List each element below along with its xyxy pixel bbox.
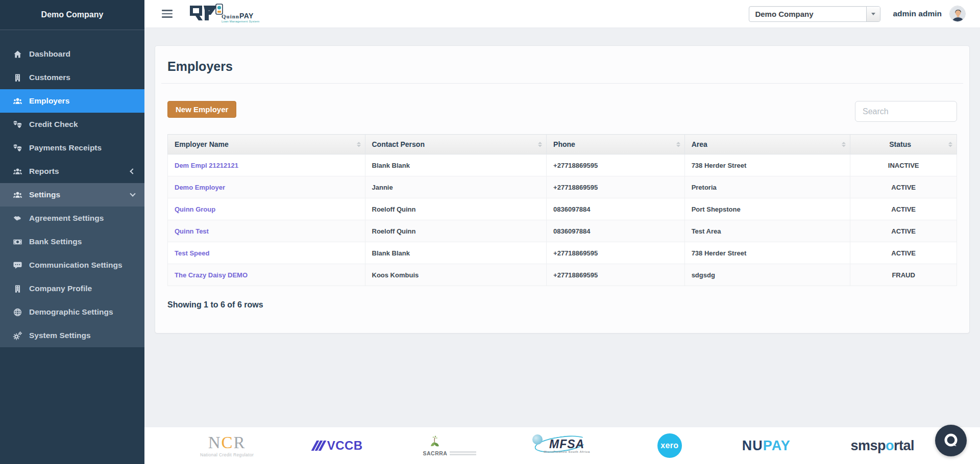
speech-bubble-icon [12, 260, 22, 270]
smsportal-logo: smsportal [851, 438, 915, 454]
contact-cell: Jannie [365, 176, 547, 198]
xero-logo: xero [657, 433, 682, 458]
users-icon [12, 190, 22, 200]
column-header-contact-person[interactable]: Contact Person [365, 135, 547, 154]
contact-cell: Roeloff Quinn [365, 198, 547, 220]
employer-link[interactable]: The Crazy Daisy DEMO [175, 271, 248, 279]
table-header-row: Employer Name Contact Person Phone Area … [168, 135, 957, 154]
building-icon [12, 283, 22, 294]
ncr-logo: NCR National Credit Regulator [200, 434, 254, 457]
table-row: Demo Employer Jannie +27718869595 Pretor… [168, 176, 957, 198]
sidebar-nav: Dashboard Customers Employers Credit Che… [0, 30, 144, 347]
sort-carets-icon [538, 142, 542, 147]
sidebar-item-settings[interactable]: Settings [0, 183, 144, 207]
column-header-area[interactable]: Area [684, 135, 850, 154]
sort-carets-icon [948, 142, 952, 147]
user-name[interactable]: admin admin [893, 9, 942, 18]
sidebar-item-communication-settings[interactable]: Communication Settings [0, 253, 144, 277]
sidebar-item-employers[interactable]: Employers [0, 89, 144, 113]
contact-cell: Roeloff Quinn [365, 220, 547, 242]
new-employer-button[interactable]: New Employer [167, 101, 236, 118]
phone-cell: +27718869595 [547, 154, 685, 176]
sidebar-item-payments-receipts[interactable]: Payments Receipts [0, 136, 144, 160]
employer-link[interactable]: Demo Employer [175, 184, 225, 191]
caret-down-icon [871, 13, 875, 15]
phone-cell: 0836097884 [547, 220, 685, 242]
employer-link[interactable]: Quinn Test [175, 227, 209, 235]
vccb-logo: VCCB [314, 439, 363, 453]
topbar-right: Demo Company admin admin [749, 6, 966, 22]
phone-cell: 0836097884 [547, 198, 685, 220]
area-cell: Port Shepstone [684, 198, 850, 220]
sidebar: Demo Company Dashboard Customers Employe… [0, 0, 144, 464]
page-title: Employers [155, 46, 969, 83]
chevron-down-icon [130, 191, 135, 196]
select-dropdown-button[interactable] [866, 7, 880, 21]
sidebar-item-bank-settings[interactable]: Bank Settings [0, 230, 144, 253]
table-row: Quinn Test Roeloff Quinn 0836097884 Test… [168, 220, 957, 242]
sidebar-item-dashboard[interactable]: Dashboard [0, 42, 144, 66]
user-avatar[interactable] [949, 6, 966, 22]
status-cell: ACTIVE [850, 242, 957, 264]
status-cell: INACTIVE [850, 154, 957, 176]
nupay-logo: NUPAY [742, 438, 791, 454]
column-header-status[interactable]: Status [850, 135, 957, 154]
area-cell: 738 Herder Street [684, 242, 850, 264]
status-cell: ACTIVE [850, 198, 957, 220]
gears-icon [12, 330, 22, 341]
status-cell: FRAUD [850, 264, 957, 286]
settings-submenu: Agreement Settings Bank Settings Communi… [0, 207, 144, 347]
sort-carets-icon [357, 142, 361, 147]
contact-cell: Blank Blank [365, 242, 547, 264]
quinnpay-logo: QuinnPAY Loan Management System [187, 3, 260, 25]
employer-link[interactable]: Quinn Group [175, 205, 215, 213]
home-icon [12, 49, 22, 59]
table-row: Test Speed Blank Blank +27718869595 738 … [168, 242, 957, 264]
main-area: QuinnPAY Loan Management System Demo Com… [144, 0, 980, 464]
area-cell: 738 Herder Street [684, 154, 850, 176]
quinnpay-logo-mark [187, 3, 225, 25]
menu-toggle-icon[interactable] [162, 10, 173, 18]
topbar: QuinnPAY Loan Management System Demo Com… [144, 0, 980, 28]
sidebar-item-reports[interactable]: Reports [0, 160, 144, 183]
contact-cell: Blank Blank [365, 154, 547, 176]
sidebar-company-title: Demo Company [0, 0, 144, 30]
phone-cell: +27718869595 [547, 176, 685, 198]
sacrra-logo: SACRRA [423, 435, 477, 456]
table-row: Quinn Group Roeloff Quinn 0836097884 Por… [168, 198, 957, 220]
sidebar-item-credit-check[interactable]: Credit Check [0, 113, 144, 136]
banknote-icon [12, 237, 22, 247]
handshake-icon [12, 213, 22, 223]
content: Employers New Employer Employer Name Con… [144, 28, 980, 464]
chat-widget-button[interactable] [935, 425, 967, 456]
company-select[interactable]: Demo Company [749, 6, 880, 22]
status-cell: ACTIVE [850, 220, 957, 242]
quinnpay-logo-text: QuinnPAY Loan Management System [222, 12, 260, 25]
sidebar-item-agreement-settings[interactable]: Agreement Settings [0, 207, 144, 230]
sort-carets-icon [676, 142, 680, 147]
column-header-employer-name[interactable]: Employer Name [168, 135, 365, 154]
sacrra-tagline-lines [450, 450, 476, 456]
users-icon [12, 96, 22, 106]
globe-icon [12, 307, 22, 317]
sidebar-item-company-profile[interactable]: Company Profile [0, 277, 144, 300]
vccb-stripes-icon [311, 441, 326, 451]
employer-link[interactable]: Test Speed [175, 249, 209, 257]
users-icon [12, 166, 22, 176]
table-row: The Crazy Daisy DEMO Koos Kombuis +27718… [168, 264, 957, 286]
phone-cell: +27718869595 [547, 242, 685, 264]
contact-cell: Koos Kombuis [365, 264, 547, 286]
sidebar-item-system-settings[interactable]: System Settings [0, 324, 144, 347]
app-window: Demo Company Dashboard Customers Employe… [0, 0, 980, 464]
table-toolbar: New Employer [167, 101, 957, 122]
column-header-phone[interactable]: Phone [547, 135, 685, 154]
sidebar-item-demographic-settings[interactable]: Demographic Settings [0, 300, 144, 324]
sacrra-tree-icon [428, 435, 442, 448]
masks-icon [12, 143, 22, 153]
phone-cell: +27718869595 [547, 264, 685, 286]
employer-link[interactable]: Dem Empl 21212121 [175, 162, 238, 169]
area-cell: sdgsdg [684, 264, 850, 286]
sidebar-item-customers[interactable]: Customers [0, 66, 144, 89]
building-icon [12, 72, 22, 83]
search-input[interactable] [855, 101, 957, 122]
